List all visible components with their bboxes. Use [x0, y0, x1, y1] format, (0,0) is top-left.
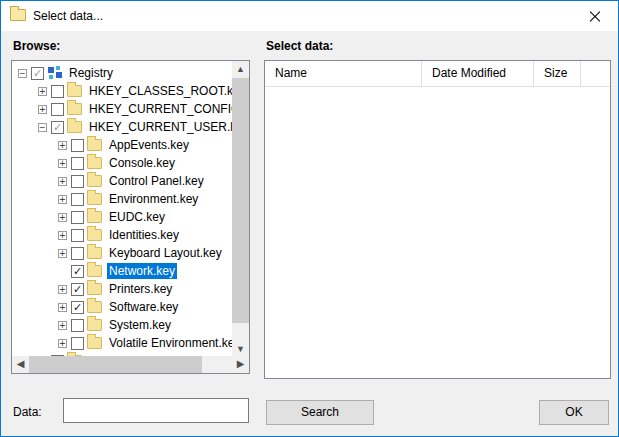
close-button[interactable] — [573, 1, 618, 31]
expand-icon[interactable]: + — [58, 141, 67, 150]
tree-item-label[interactable]: HKEY_CURRENT_CONFIG.key — [87, 101, 232, 117]
tree-item[interactable]: +Control Panel.key — [12, 172, 232, 190]
tree-item-label[interactable]: Keyboard Layout.key — [107, 245, 224, 261]
data-list: NameDate ModifiedSize — [264, 60, 611, 379]
tree-item[interactable]: +EUDC.key — [12, 208, 232, 226]
tree-item[interactable]: +Identities.key — [12, 226, 232, 244]
folder-icon — [67, 85, 82, 97]
tree-item[interactable]: +AppEvents.key — [12, 136, 232, 154]
expand-icon[interactable]: + — [58, 177, 67, 186]
tree-checkbox[interactable] — [71, 211, 84, 224]
tree-item-label[interactable]: Identities.key — [107, 227, 181, 243]
folder-icon — [67, 121, 82, 133]
tree-item-label[interactable]: System.key — [107, 317, 173, 333]
expand-icon[interactable]: + — [58, 249, 67, 258]
select-data-dialog: Select data... Browse: Select data: −✓Re… — [0, 0, 619, 437]
scroll-right-icon[interactable]: ▶ — [232, 356, 249, 373]
tree-checkbox[interactable]: ✓ — [51, 121, 64, 134]
tree-item[interactable]: +System.key — [12, 316, 232, 334]
tree-checkbox[interactable] — [71, 229, 84, 242]
tree-item-label[interactable]: Control Panel.key — [107, 173, 206, 189]
tree-item-label[interactable]: Registry — [67, 65, 115, 81]
tree-item[interactable]: +✓Printers.key — [12, 280, 232, 298]
tree-item[interactable]: −✓Registry — [12, 64, 232, 82]
search-button[interactable]: Search — [266, 400, 374, 425]
tree-item[interactable]: +HKEY_CURRENT_CONFIG.key — [12, 100, 232, 118]
folder-icon — [87, 337, 102, 349]
tree-checkbox[interactable]: ✓ — [71, 301, 84, 314]
tree-checkbox[interactable] — [71, 193, 84, 206]
data-input[interactable] — [63, 398, 249, 423]
collapse-icon[interactable]: − — [38, 123, 47, 132]
tree-horizontal-scrollbar[interactable]: ◀ ▶ — [12, 356, 249, 373]
tree-rows: −✓Registry+HKEY_CLASSES_ROOT.key+HKEY_CU… — [12, 61, 232, 356]
close-icon — [595, 16, 596, 17]
checkmark-icon: ✓ — [73, 301, 82, 313]
checkmark-icon: ✓ — [73, 265, 82, 277]
tree-item[interactable]: ✓Network.key — [12, 262, 232, 280]
column-header-size[interactable]: Size — [534, 61, 581, 87]
list-header: NameDate ModifiedSize — [265, 61, 610, 87]
tree-item-label[interactable]: Environment.key — [107, 191, 200, 207]
expand-icon[interactable]: + — [58, 339, 67, 348]
tree-item[interactable]: +Keyboard Layout.key — [12, 244, 232, 262]
expand-icon[interactable]: + — [58, 195, 67, 204]
collapse-icon[interactable]: − — [18, 69, 27, 78]
folder-icon — [87, 157, 102, 169]
vertical-scroll-thumb[interactable] — [232, 78, 249, 323]
folder-icon — [67, 103, 82, 115]
tree-item[interactable]: +HKEY_CLASSES_ROOT.key — [12, 82, 232, 100]
tree-item-label[interactable]: Console.key — [107, 155, 177, 171]
column-header-name[interactable]: Name — [265, 61, 422, 87]
data-label: Data: — [13, 405, 42, 419]
column-header-date-modified[interactable]: Date Modified — [422, 61, 534, 87]
expand-icon[interactable]: + — [38, 105, 47, 114]
tree-checkbox[interactable]: ✓ — [71, 265, 84, 278]
tree-item-label[interactable]: Printers.key — [107, 281, 174, 297]
expand-icon[interactable]: + — [58, 303, 67, 312]
expand-icon[interactable]: + — [58, 231, 67, 240]
tree-checkbox[interactable] — [71, 247, 84, 260]
tree-checkbox[interactable] — [71, 139, 84, 152]
window-title: Select data... — [33, 1, 103, 31]
tree-item[interactable]: +Console.key — [12, 154, 232, 172]
tree-checkbox[interactable]: ✓ — [71, 283, 84, 296]
folder-icon — [87, 193, 102, 205]
tree-vertical-scrollbar[interactable]: ▲ ▼ — [232, 61, 249, 358]
tree-item-label[interactable]: Network.key — [107, 263, 177, 279]
tree-checkbox[interactable] — [71, 157, 84, 170]
tree-item-label[interactable]: Software.key — [107, 299, 180, 315]
ok-button[interactable]: OK — [539, 400, 609, 425]
expand-icon[interactable]: + — [58, 159, 67, 168]
tree-item-label[interactable]: Volatile Environment.key — [107, 335, 232, 351]
folder-icon — [87, 319, 102, 331]
scroll-up-icon[interactable]: ▲ — [232, 61, 249, 78]
expand-icon[interactable]: + — [58, 285, 67, 294]
tree-item-label[interactable]: AppEvents.key — [107, 137, 191, 153]
folder-icon — [87, 247, 102, 259]
registry-tree: −✓Registry+HKEY_CLASSES_ROOT.key+HKEY_CU… — [11, 60, 250, 374]
tree-item-label[interactable]: EUDC.key — [107, 209, 167, 225]
tree-item[interactable]: +Volatile Environment.key — [12, 334, 232, 352]
expand-icon[interactable]: + — [58, 213, 67, 222]
horizontal-scroll-thumb[interactable] — [29, 356, 202, 373]
tree-checkbox[interactable] — [51, 85, 64, 98]
tree-checkbox[interactable] — [51, 103, 64, 116]
tree-checkbox[interactable] — [71, 175, 84, 188]
expand-icon[interactable]: + — [38, 87, 47, 96]
tree-item[interactable]: +✓Software.key — [12, 298, 232, 316]
checkmark-icon: ✓ — [33, 67, 42, 79]
checkmark-icon: ✓ — [53, 121, 62, 133]
folder-icon — [10, 9, 26, 21]
tree-item[interactable]: −✓HKEY_CURRENT_USER.key — [12, 118, 232, 136]
tree-checkbox[interactable] — [71, 319, 84, 332]
tree-item[interactable]: +Environment.key — [12, 190, 232, 208]
tree-checkbox[interactable]: ✓ — [31, 67, 44, 80]
folder-icon — [87, 283, 102, 295]
tree-item-label[interactable]: HKEY_CLASSES_ROOT.key — [87, 83, 232, 99]
scroll-left-icon[interactable]: ◀ — [12, 356, 29, 373]
column-header-spare — [581, 61, 610, 87]
expand-icon[interactable]: + — [58, 321, 67, 330]
tree-checkbox[interactable] — [71, 337, 84, 350]
tree-item-label[interactable]: HKEY_CURRENT_USER.key — [87, 119, 232, 135]
